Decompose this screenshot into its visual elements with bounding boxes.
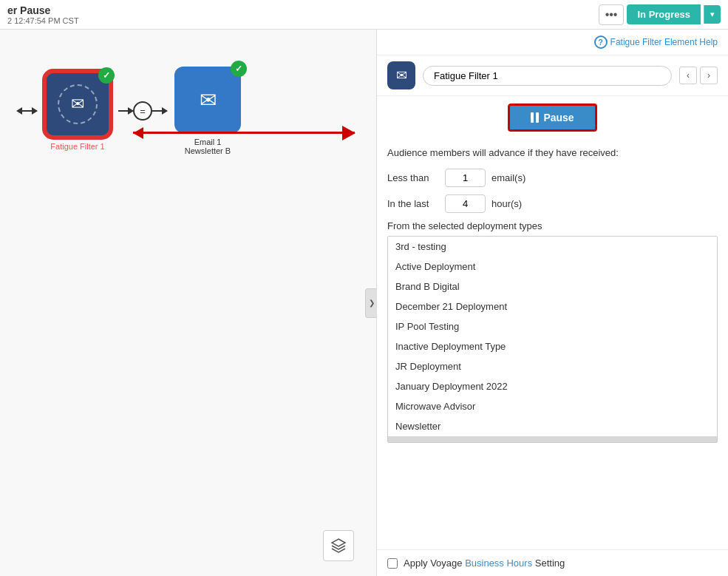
fatigue-envelope-icon: ✉ — [71, 95, 84, 114]
element-icon: ✉ — [387, 61, 415, 89]
connector-group: = — [118, 101, 167, 121]
help-circle-icon: ? — [594, 35, 608, 49]
list-item[interactable]: Newsletter — [388, 436, 717, 443]
footer-area: Apply Voyage Business Hours Setting — [377, 549, 728, 576]
nav-prev-button[interactable]: ‹ — [679, 67, 697, 84]
deployment-section-label: From the selected deployment types — [387, 220, 718, 231]
nav-next-button[interactable]: › — [700, 67, 718, 84]
header-right: ••• In Progress ▾ — [599, 4, 721, 25]
fatigue-filter-node-wrapper: ✓ ✉ Fatigue Filter 1 — [44, 71, 111, 151]
voyage-hours-checkbox[interactable] — [387, 558, 398, 569]
element-name-input[interactable] — [423, 66, 672, 86]
panel-content: Audience members will advance if they ha… — [377, 139, 728, 549]
collapse-panel-tab[interactable]: ❯ — [365, 288, 377, 318]
pause-label: Pause — [543, 112, 574, 123]
more-options-button[interactable]: ••• — [599, 4, 625, 25]
fatigue-label-num: 1 — [101, 142, 105, 151]
in-last-input[interactable] — [445, 194, 486, 213]
svg-marker-0 — [332, 539, 345, 546]
element-header: ✉ ‹ › — [377, 55, 728, 96]
pause-bar-1 — [531, 112, 534, 123]
header-timestamp: 2 12:47:54 PM CST — [7, 16, 79, 25]
email-label-line2: Newsletter B — [185, 146, 231, 155]
pause-icon — [531, 112, 539, 123]
header-title: er Pause — [7, 4, 79, 16]
list-item[interactable]: January Deployment 2022 — [388, 376, 717, 396]
email-node-wrapper: ✓ ✉ Email 1 Newsletter B — [174, 67, 241, 155]
fatigue-check: ✓ — [98, 67, 115, 84]
entry-arrow — [22, 110, 37, 112]
business-hours-link[interactable]: Business Hours — [465, 558, 532, 569]
connector-circle: = — [133, 101, 152, 121]
list-item[interactable]: JR Deployment — [388, 356, 717, 376]
red-arrow-indicator — [133, 132, 355, 134]
right-panel: ? Fatigue Filter Element Help ✉ ‹ › Paus… — [377, 30, 728, 576]
fatigue-label-text: Fatigue Filter — [50, 142, 100, 151]
email-check: ✓ — [231, 61, 247, 77]
flow-container: ✓ ✉ Fatigue Filter 1 = ✓ ✉ Email 1 — [22, 67, 241, 155]
less-than-label: Less than — [387, 172, 439, 183]
element-envelope-icon: ✉ — [396, 67, 407, 84]
pause-btn-wrapper: Pause — [377, 96, 728, 139]
connector-line1 — [118, 110, 133, 112]
in-last-label: In the last — [387, 198, 439, 209]
less-than-input[interactable] — [445, 169, 486, 187]
audience-text: Audience members will advance if they ha… — [387, 146, 718, 160]
list-item[interactable]: Microwave Advisor — [388, 396, 717, 416]
list-item[interactable]: Active Deployment — [388, 257, 717, 277]
email-envelope-icon: ✉ — [200, 88, 217, 112]
help-link-text[interactable]: Fatigue Filter Element Help — [610, 37, 718, 47]
list-item[interactable]: Inactive Deployment Type — [388, 336, 717, 356]
status-dropdown-button[interactable]: ▾ — [704, 5, 721, 24]
fatigue-filter-label: Fatigue Filter 1 — [50, 142, 104, 151]
in-last-row: In the last hour(s) — [387, 194, 718, 213]
fatigue-filter-icon: ✉ — [57, 84, 98, 125]
pause-bar-2 — [536, 112, 539, 123]
email-node[interactable]: ✓ ✉ — [174, 67, 241, 133]
list-item[interactable]: Newsletter — [388, 416, 717, 436]
deployment-list[interactable]: 3rd - testingActive DeploymentBrand B Di… — [387, 236, 718, 443]
list-item[interactable]: 3rd - testing — [388, 237, 717, 257]
canvas-area: ✓ ✉ Fatigue Filter 1 = ✓ ✉ Email 1 — [0, 30, 377, 576]
nav-arrows: ‹ › — [679, 67, 718, 84]
status-button[interactable]: In Progress — [627, 4, 701, 24]
list-item[interactable]: IP Pool Testing — [388, 316, 717, 336]
less-than-unit: email(s) — [491, 172, 525, 183]
help-link-row[interactable]: ? Fatigue Filter Element Help — [377, 30, 728, 55]
less-than-row: Less than email(s) — [387, 169, 718, 187]
footer-text: Apply Voyage Business Hours Setting — [404, 558, 565, 569]
in-last-unit: hour(s) — [491, 198, 522, 209]
layers-button[interactable] — [323, 530, 354, 561]
email-node-label: Email 1 Newsletter B — [185, 138, 231, 155]
list-item[interactable]: December 21 Deployment — [388, 297, 717, 316]
list-item[interactable]: Brand B Digital — [388, 277, 717, 297]
layers-icon — [330, 538, 347, 554]
header-bar: er Pause 2 12:47:54 PM CST ••• In Progre… — [0, 0, 728, 30]
email-label-line1: Email 1 — [185, 138, 231, 146]
pause-button[interactable]: Pause — [508, 104, 596, 132]
entry-line — [22, 110, 37, 112]
connector-line2 — [152, 110, 167, 112]
header-left: er Pause 2 12:47:54 PM CST — [7, 4, 79, 25]
fatigue-filter-node[interactable]: ✓ ✉ — [44, 71, 111, 138]
